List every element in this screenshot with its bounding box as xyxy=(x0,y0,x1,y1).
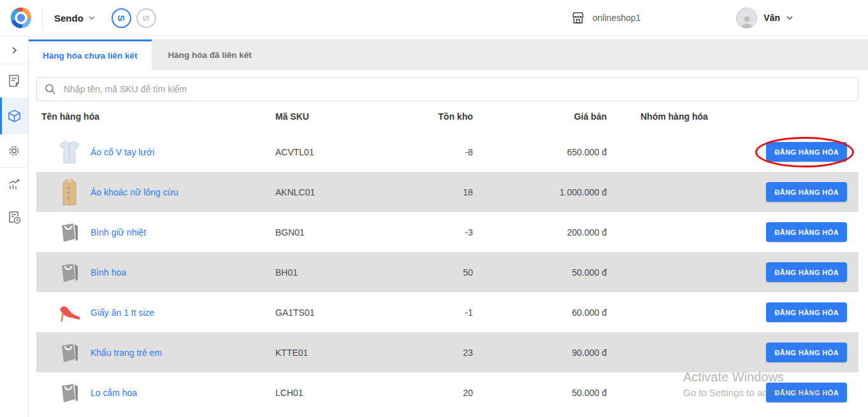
product-sku: LCH01 xyxy=(275,388,435,398)
product-sku: BGN01 xyxy=(275,227,435,237)
sidebar-item-reports[interactable] xyxy=(0,201,28,234)
chevron-down-icon xyxy=(786,15,793,21)
table-row: Áo khoác nữ lông cừu AKNLC01 18 1.000.00… xyxy=(36,172,858,212)
publish-product-button[interactable]: ĐĂNG HÀNG HÓA xyxy=(766,383,847,402)
product-stock: 18 xyxy=(435,187,473,197)
bag-product-image xyxy=(57,260,82,285)
column-header-price: Giá bán xyxy=(473,111,607,122)
action-cell: ĐĂNG HÀNG HÓA xyxy=(763,142,858,162)
sapo-logo xyxy=(8,5,34,31)
product-stock: -1 xyxy=(435,307,473,318)
product-stock: 20 xyxy=(435,388,473,398)
action-cell: ĐĂNG HÀNG HÓA xyxy=(763,383,858,402)
coat-product-image xyxy=(57,180,82,205)
product-name-link[interactable]: Áo cổ V tay lưới xyxy=(90,147,154,157)
product-price: 50.000 đ xyxy=(473,388,607,398)
product-price: 650.000 đ xyxy=(473,147,607,157)
action-cell: ĐĂNG HÀNG HÓA xyxy=(763,222,858,242)
publish-product-button[interactable]: ĐĂNG HÀNG HÓA xyxy=(766,262,847,282)
sidebar xyxy=(0,36,29,417)
product-price: 60.000 đ xyxy=(473,307,607,318)
avatar xyxy=(736,8,757,29)
product-sku: KTTE01 xyxy=(275,348,435,358)
sidebar-item-products[interactable] xyxy=(0,97,28,134)
column-header-stock: Tồn kho xyxy=(435,111,473,122)
product-stock: -8 xyxy=(435,147,473,157)
product-price: 200.000 đ xyxy=(473,227,607,237)
product-stock: -3 xyxy=(435,227,473,237)
channel-selector-dropdown[interactable]: Sendo xyxy=(54,13,95,24)
chart-icon xyxy=(7,178,21,192)
chevron-down-icon xyxy=(89,15,95,21)
table-row: Bình giữ nhiệt BGN01 -3 200.000 đ ĐĂNG H… xyxy=(36,212,858,252)
action-cell: ĐĂNG HÀNG HÓA xyxy=(763,343,858,362)
store-icon xyxy=(570,11,586,25)
product-price: 50.000 đ xyxy=(473,267,607,278)
main-content: Hàng hóa chưa liên kết Hàng hóa đã liên … xyxy=(29,36,868,417)
product-sku: AKNLC01 xyxy=(275,187,435,197)
topbar-divider xyxy=(42,7,43,29)
table-row: Bình hoa BH01 50 50.000 đ ĐĂNG HÀNG HÓA xyxy=(36,252,858,292)
product-sku: BH01 xyxy=(275,267,435,278)
product-stock: 50 xyxy=(435,267,473,278)
sidebar-item-orders[interactable] xyxy=(0,64,28,97)
product-name-link[interactable]: Bình giữ nhiệt xyxy=(90,227,146,237)
table-row: Giấy ăn 1 tt size GA1TS01 -1 60.000 đ ĐĂ… xyxy=(36,292,858,332)
search-icon xyxy=(45,83,56,95)
sidebar-item-analytics[interactable] xyxy=(0,167,28,201)
sendo-channel-icon-active[interactable]: S xyxy=(112,8,131,28)
bag-product-image xyxy=(57,340,82,365)
bag-product-image xyxy=(57,380,82,406)
publish-product-button[interactable]: ĐĂNG HÀNG HÓA xyxy=(766,302,847,322)
shirt-product-image xyxy=(57,139,82,165)
publish-product-button[interactable]: ĐĂNG HÀNG HÓA xyxy=(766,222,847,242)
heel-product-image xyxy=(57,300,82,325)
column-header-group: Nhóm hàng hóa xyxy=(607,111,763,122)
table-header: Tên hàng hóa Mã SKU Tồn kho Giá bán Nhóm… xyxy=(36,101,858,132)
product-name-link[interactable]: Giấy ăn 1 tt size xyxy=(90,307,154,318)
shop-indicator[interactable]: onlineshop1 xyxy=(570,11,641,25)
bag-product-image xyxy=(57,220,82,245)
chevron-right-icon xyxy=(10,46,18,54)
tab-linked-products[interactable]: Hàng hóa đã liên kết xyxy=(152,39,268,70)
gear-icon xyxy=(7,144,21,158)
table-body: Áo cổ V tay lưới ACVTL01 -8 650.000 đ ĐĂ… xyxy=(36,132,858,413)
sidebar-item-settings[interactable] xyxy=(0,134,28,167)
channel-name: Sendo xyxy=(54,13,83,24)
user-menu[interactable]: Vân xyxy=(736,8,793,29)
product-sku: GA1TS01 xyxy=(275,307,435,318)
top-bar: Sendo S S onlineshop1 Vân xyxy=(0,0,868,36)
search-input[interactable] xyxy=(64,84,858,94)
product-name-link[interactable]: Khẩu trang trẻ em xyxy=(90,348,162,358)
user-name: Vân xyxy=(763,13,780,23)
channel-chips: S S xyxy=(112,8,156,28)
column-header-sku: Mã SKU xyxy=(275,111,435,122)
product-price: 90.000 đ xyxy=(473,348,607,358)
action-cell: ĐĂNG HÀNG HÓA xyxy=(763,262,858,282)
publish-product-button[interactable]: ĐĂNG HÀNG HÓA xyxy=(766,142,847,162)
tab-unlinked-products[interactable]: Hàng hóa chưa liên kết xyxy=(29,39,152,70)
search-box xyxy=(36,77,858,101)
sidebar-expand-button[interactable] xyxy=(0,36,28,64)
shop-name: onlineshop1 xyxy=(593,13,641,23)
product-sku: ACVTL01 xyxy=(275,147,435,157)
document-icon xyxy=(7,74,21,88)
product-name-link[interactable]: Áo khoác nữ lông cừu xyxy=(90,187,178,197)
sendo-channel-icon-inactive[interactable]: S xyxy=(136,8,156,28)
table-row: Khẩu trang trẻ em KTTE01 23 90.000 đ ĐĂN… xyxy=(36,332,858,372)
report-clock-icon xyxy=(7,210,22,225)
publish-product-button[interactable]: ĐĂNG HÀNG HÓA xyxy=(766,182,847,202)
product-name-link[interactable]: Lọ cắm hoa xyxy=(90,388,137,398)
table-row: Lọ cắm hoa LCH01 20 50.000 đ ĐĂNG HÀNG H… xyxy=(36,372,858,413)
action-cell: ĐĂNG HÀNG HÓA xyxy=(763,182,858,202)
cube-icon xyxy=(7,108,22,124)
publish-product-button[interactable]: ĐĂNG HÀNG HÓA xyxy=(766,343,847,362)
table-row: Áo cổ V tay lưới ACVTL01 -8 650.000 đ ĐĂ… xyxy=(36,132,858,172)
product-price: 1.000.000 đ xyxy=(473,187,607,197)
product-name-link[interactable]: Bình hoa xyxy=(90,267,126,278)
product-stock: 23 xyxy=(435,348,473,358)
action-cell: ĐĂNG HÀNG HÓA xyxy=(763,302,858,322)
column-header-name: Tên hàng hóa xyxy=(36,111,275,122)
tab-bar: Hàng hóa chưa liên kết Hàng hóa đã liên … xyxy=(29,39,868,70)
